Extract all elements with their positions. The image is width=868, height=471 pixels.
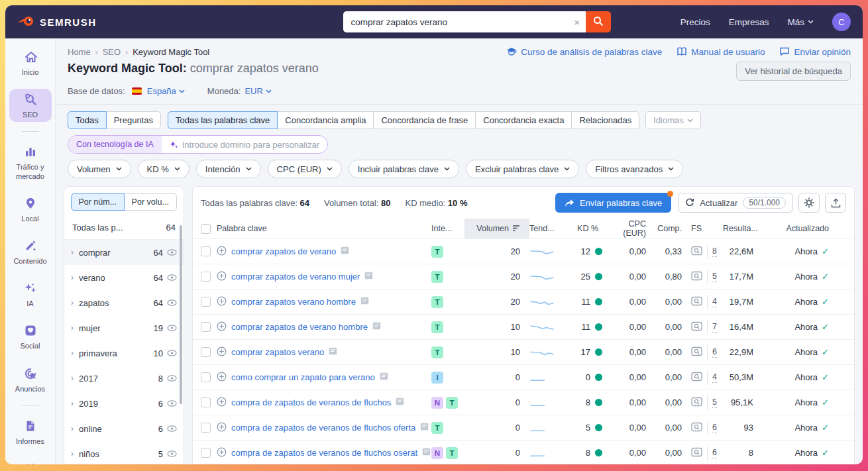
keyword-link[interactable]: compra de zapatos de veranos de fluchos …: [231, 448, 417, 458]
filter-dropdown-incluir-palabras-clave[interactable]: Incluir palabras clave: [349, 160, 459, 178]
add-to-list-icon[interactable]: [217, 296, 227, 308]
breadcrumb-item[interactable]: Keyword Magic Tool: [133, 47, 209, 57]
eye-icon[interactable]: [167, 374, 177, 384]
serp-preview-icon[interactable]: [691, 372, 702, 384]
column-header-keyword[interactable]: Palabra clave: [217, 224, 431, 233]
column-header-kd[interactable]: KD %: [561, 224, 608, 233]
column-header-volume[interactable]: Volumen: [464, 219, 529, 238]
row-checkbox[interactable]: [201, 347, 211, 357]
keyword-link[interactable]: como comprar un zapato para verano: [231, 372, 375, 382]
sidebar-item-anuncios[interactable]: Anuncios: [9, 363, 52, 396]
row-checkbox[interactable]: [201, 448, 211, 458]
send-keywords-button[interactable]: Enviar palabras clave: [555, 193, 671, 213]
serp-preview-icon[interactable]: [691, 422, 702, 434]
help-link-feedback[interactable]: Enviar opinión: [779, 46, 851, 58]
row-checkbox[interactable]: [201, 322, 211, 332]
sidebar-item-ia[interactable]: IA: [9, 278, 52, 311]
serp-preview-icon[interactable]: [691, 296, 702, 308]
tab-relacionadas[interactable]: Relacionadas: [571, 111, 639, 129]
group-item-2017[interactable]: ›20178: [64, 366, 184, 391]
sidebar-item-contenido[interactable]: Contenido: [9, 235, 52, 268]
domain-personalize-input[interactable]: Introduce dominio para personalizar: [162, 140, 327, 150]
group-item-comprar[interactable]: ›comprar64: [64, 240, 184, 265]
group-item-zapatos[interactable]: ›zapatos64: [64, 290, 184, 315]
table-settings-button[interactable]: [798, 193, 820, 213]
row-checkbox[interactable]: [201, 297, 211, 307]
row-checkbox[interactable]: [201, 372, 211, 382]
group-item-ni-os[interactable]: ›niños5: [64, 441, 184, 464]
sidebar-item-tr-fico-y-mercado[interactable]: Tráfico y mercado: [9, 141, 52, 183]
sidebar-item-inicio[interactable]: Inicio: [9, 46, 52, 79]
column-header-intent[interactable]: Inte...: [431, 224, 464, 233]
fs-count[interactable]: 7: [712, 322, 717, 333]
serp-preview-icon[interactable]: [691, 271, 702, 283]
add-to-list-icon[interactable]: [217, 422, 227, 434]
keyword-link[interactable]: comprar zapatos verano hombre: [231, 297, 356, 307]
filter-dropdown-kd-[interactable]: KD %: [138, 160, 190, 178]
fs-count[interactable]: 5: [712, 397, 717, 408]
filter-dropdown-cpc-eur-[interactable]: CPC (EUR): [268, 160, 342, 178]
fs-count[interactable]: 8: [712, 246, 717, 257]
eye-icon[interactable]: [167, 248, 177, 258]
topbar-link-precios[interactable]: Precios: [680, 17, 710, 27]
search-history-button[interactable]: Ver historial de búsqueda: [736, 62, 851, 81]
sidebar-item-local[interactable]: Local: [9, 193, 52, 226]
add-to-list-icon[interactable]: [217, 246, 227, 258]
groups-scrollbar[interactable]: [180, 225, 182, 404]
fs-count[interactable]: 6: [712, 347, 717, 358]
sidebar-item-social[interactable]: Social: [9, 320, 52, 353]
tab-idiomas-dropdown[interactable]: Idiomas: [645, 111, 701, 129]
row-checkbox[interactable]: [201, 272, 211, 282]
add-to-list-icon[interactable]: [217, 397, 227, 409]
column-header-fs[interactable]: FS: [691, 224, 723, 233]
search-button[interactable]: [586, 11, 611, 32]
add-to-list-icon[interactable]: [217, 372, 227, 384]
eye-icon[interactable]: [167, 323, 177, 333]
filter-dropdown-excluir-palabras-clave[interactable]: Excluir palabras clave: [466, 160, 579, 178]
keyword-link[interactable]: comprar zapatos verano: [231, 347, 324, 357]
topbar-link-más[interactable]: Más: [787, 17, 814, 27]
currency-selector[interactable]: EUR: [244, 86, 271, 96]
add-to-list-icon[interactable]: [217, 346, 227, 358]
column-header-results[interactable]: Resulta...: [723, 224, 763, 233]
eye-icon[interactable]: [167, 424, 177, 434]
filter-dropdown-volumen[interactable]: Volumen: [68, 160, 131, 178]
keyword-details-icon[interactable]: [380, 372, 388, 382]
group-item-online[interactable]: ›online6: [64, 416, 184, 441]
keyword-link[interactable]: comprar zapatos de verano mujer: [231, 272, 360, 282]
breadcrumb-item[interactable]: Home: [68, 47, 91, 57]
add-to-list-icon[interactable]: [217, 271, 227, 283]
tab-concordancia-exacta[interactable]: Concordancia exacta: [475, 111, 572, 129]
row-checkbox[interactable]: [201, 246, 211, 256]
keyword-link[interactable]: comprar zapatos de verano: [231, 246, 336, 256]
keyword-link[interactable]: comprar zapatos de verano hombre: [231, 322, 368, 332]
eye-icon[interactable]: [167, 298, 177, 308]
column-header-updated[interactable]: Actualizado: [763, 224, 854, 233]
add-to-list-icon[interactable]: [217, 321, 227, 333]
export-button[interactable]: [825, 193, 846, 213]
eye-icon[interactable]: [167, 273, 177, 283]
fs-count[interactable]: 4: [712, 297, 717, 307]
keyword-link[interactable]: compra de zapatos de veranos de fluchos …: [231, 423, 415, 433]
sidebar-item-app-center[interactable]: App Center: [9, 458, 52, 464]
user-avatar[interactable]: C: [832, 13, 851, 31]
keyword-details-icon[interactable]: [422, 448, 431, 458]
fs-count[interactable]: 4: [712, 372, 717, 383]
keyword-link[interactable]: compra de zapatos de veranos de fluchos: [231, 397, 391, 407]
help-link-graduation-cap[interactable]: Curso de análisis de palabras clave: [506, 46, 662, 58]
all-groups-row[interactable]: Todas las p... 64: [64, 216, 184, 240]
group-item-verano[interactable]: ›verano64: [64, 265, 184, 290]
semrush-logo[interactable]: SEMRUSH: [17, 15, 97, 29]
tab-concordancia-de-frase[interactable]: Concordancia de frase: [373, 111, 476, 129]
keyword-details-icon[interactable]: [420, 423, 429, 433]
keyword-details-icon[interactable]: [396, 397, 404, 407]
fs-count[interactable]: 6: [712, 448, 717, 458]
eye-icon[interactable]: [167, 449, 177, 459]
serp-preview-icon[interactable]: [691, 397, 702, 409]
row-checkbox[interactable]: [201, 423, 211, 433]
keyword-search-input[interactable]: [343, 11, 586, 32]
tab-preguntas[interactable]: Preguntas: [106, 111, 161, 129]
topbar-link-empresas[interactable]: Empresas: [729, 17, 769, 27]
tab-todas[interactable]: Todas: [68, 111, 107, 129]
filter-dropdown-filtros-avanzados[interactable]: Filtros avanzados: [586, 160, 683, 178]
